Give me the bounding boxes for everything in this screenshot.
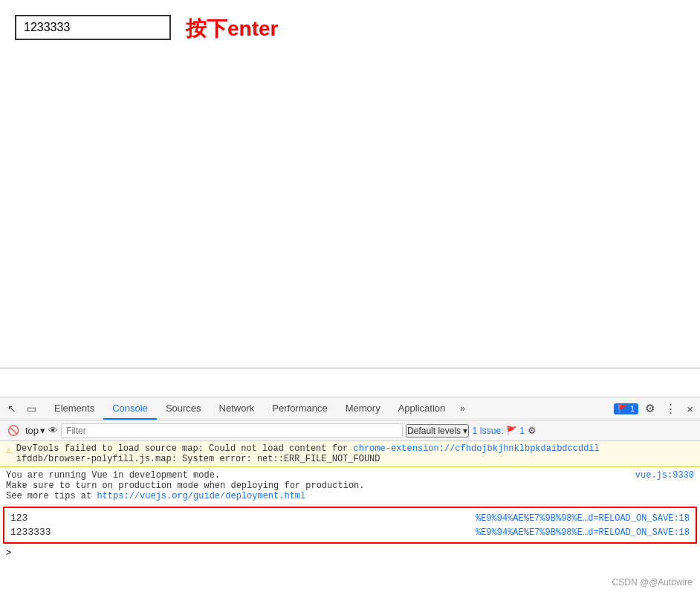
warning-icon: ⚠ <box>6 444 12 456</box>
clear-console-button[interactable]: 🚫 <box>4 423 22 438</box>
settings-button[interactable]: ⚙ <box>641 400 658 417</box>
csdn-watermark: CSDN @@Autowire <box>612 577 693 588</box>
issues-badge[interactable]: 🚩 1 <box>614 403 638 414</box>
console-content-area: ⚠ DevTools failed to load source map: Co… <box>0 441 700 592</box>
issues-flag-icon: 1 Issue: 🚩 1 <box>472 426 524 436</box>
tab-sources[interactable]: Sources <box>157 397 210 420</box>
issue-count-badge[interactable]: 1 Issue: 🚩 1 <box>472 426 524 436</box>
devtools-tabs-toolbar: ↖ ▭ Elements Console Sources Network Per… <box>0 397 700 420</box>
tab-elements[interactable]: Elements <box>45 397 103 420</box>
devtools-tab-list: Elements Console Sources Network Perform… <box>45 397 471 420</box>
console-sub-toolbar: 🚫 top ▾ 👁 Default levels ▾ 1 Issue: 🚩 1 … <box>0 420 700 441</box>
live-expressions-button[interactable]: 👁 <box>48 425 58 436</box>
close-devtools-button[interactable]: × <box>683 401 697 417</box>
more-tabs-button[interactable]: » <box>454 397 471 420</box>
console-cursor-row: > <box>0 545 700 562</box>
tab-network[interactable]: Network <box>210 397 264 420</box>
log-levels-dropdown[interactable]: Default levels ▾ <box>406 424 469 438</box>
console-source-1[interactable]: %E9%94%AE%E7%9B%98%E…d=RELOAD_ON_SAVE:18 <box>476 513 690 524</box>
inspect-element-button[interactable]: ↖ <box>3 400 21 417</box>
console-output-block: 123 %E9%94%AE%E7%9B%98%E…d=RELOAD_ON_SAV… <box>3 507 697 544</box>
context-label: top <box>25 425 39 436</box>
filter-input[interactable] <box>61 423 403 438</box>
console-settings-button[interactable]: ⚙ <box>528 425 537 436</box>
console-cursor: > <box>6 548 11 559</box>
main-input[interactable] <box>15 15 171 40</box>
console-row-1: 123 %E9%94%AE%E7%9B%98%E…d=RELOAD_ON_SAV… <box>10 511 690 525</box>
vue-deployment-link[interactable]: https://vuejs.org/guide/deployment.html <box>97 491 305 501</box>
tab-console[interactable]: Console <box>103 397 157 420</box>
devtools-toolbar-right: 🚩 1 ⚙ ⋮ × <box>614 400 697 417</box>
log-levels-label: Default levels ▾ <box>407 426 467 436</box>
vue-info-text: You are running Vue in development mode.… <box>6 470 364 501</box>
source-map-warning: ⚠ DevTools failed to load source map: Co… <box>0 441 700 467</box>
vue-dev-mode-block: You are running Vue in development mode.… <box>0 467 700 505</box>
device-toolbar-button[interactable]: ▭ <box>22 400 41 417</box>
devtools-panel: ℹ DevTools is now available in Chinese! … <box>0 368 700 592</box>
more-options-button[interactable]: ⋮ <box>661 400 680 417</box>
press-enter-label: 按下enter <box>186 15 278 43</box>
tab-application[interactable]: Application <box>389 397 455 420</box>
vue-source-link[interactable]: vue.js:9330 <box>635 470 694 481</box>
context-selector[interactable]: top ▾ <box>25 425 45 436</box>
console-row-2: 1233333 %E9%94%AE%E7%9B%98%E…d=RELOAD_ON… <box>10 525 690 539</box>
tab-performance[interactable]: Performance <box>263 397 336 420</box>
console-value-1: 123 <box>10 513 27 524</box>
tab-memory[interactable]: Memory <box>337 397 389 420</box>
warning-text: DevTools failed to load source map: Coul… <box>16 443 600 464</box>
source-map-link[interactable]: chrome-extension://cfhdojbkjhnklbpkdaibd… <box>354 443 600 454</box>
context-dropdown-icon: ▾ <box>40 425 45 436</box>
page-area: 按下enter <box>0 0 700 193</box>
console-value-2: 1233333 <box>10 527 51 538</box>
console-source-2[interactable]: %E9%94%AE%E7%9B%98%E…d=RELOAD_ON_SAVE:18 <box>476 527 690 538</box>
